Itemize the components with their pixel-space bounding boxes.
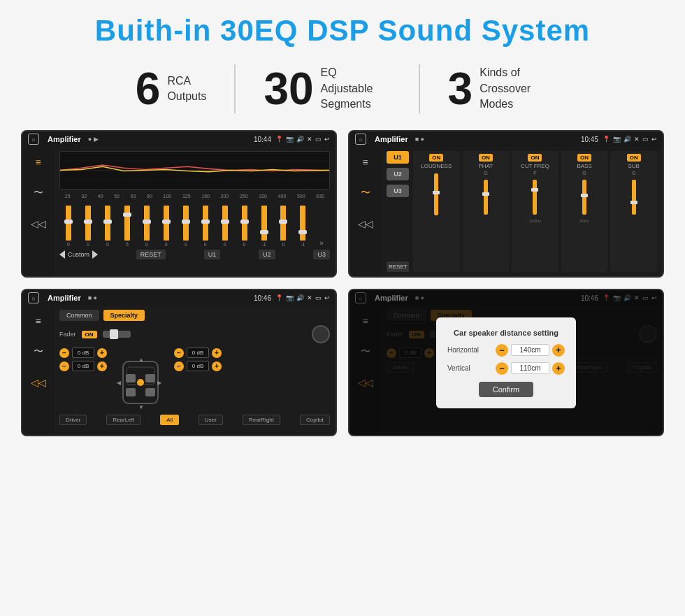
- u1-preset[interactable]: U1: [387, 151, 409, 164]
- svg-text:◀: ◀: [117, 380, 122, 386]
- slider-9[interactable]: [222, 206, 228, 241]
- eq-icon-3[interactable]: ≡: [29, 311, 48, 331]
- screen-content-1: ≡ 〜 ◁◁: [22, 147, 336, 276]
- specialty-tab-3[interactable]: Specialty: [103, 310, 145, 321]
- freq-160: 160: [201, 194, 210, 199]
- stat-crossover: 3 Kinds of Crossover Modes: [420, 65, 578, 112]
- svg-rect-9: [145, 388, 155, 396]
- plus-btn-1[interactable]: +: [97, 348, 107, 358]
- sub-label: SUB: [628, 163, 639, 169]
- slider-7[interactable]: [183, 206, 189, 241]
- user-btn-3[interactable]: User: [199, 415, 223, 425]
- on-badge-cutfreq[interactable]: ON: [528, 154, 542, 162]
- minus-btn-2[interactable]: −: [59, 361, 69, 371]
- horizontal-plus[interactable]: +: [552, 344, 565, 357]
- all-btn-3[interactable]: All: [160, 415, 179, 425]
- close-icon-1: ✕: [307, 136, 312, 143]
- reset-button-1[interactable]: RESET: [136, 250, 166, 259]
- vertical-plus[interactable]: +: [552, 362, 565, 375]
- eq-icon-2[interactable]: ≡: [356, 152, 375, 172]
- rearleft-btn-3[interactable]: RearLeft: [106, 415, 140, 425]
- plus-btn-3[interactable]: +: [212, 348, 222, 358]
- loudness-slider[interactable]: [434, 173, 438, 215]
- on-badge-bass[interactable]: ON: [577, 154, 591, 162]
- slider-6[interactable]: [164, 206, 169, 241]
- screenshots-grid: ⌂ Amplifier ● ▶ 10:44 📍 📷 🔊 ✕ ▭ ↩ ≡ 〜 ◁◁: [21, 130, 664, 436]
- on-badge-phat[interactable]: ON: [479, 154, 493, 162]
- vertical-minus[interactable]: −: [496, 362, 508, 375]
- u2-preset[interactable]: U2: [387, 168, 409, 180]
- vertical-label: Vertical: [447, 364, 470, 372]
- crossover-panels: ON LOUDNESS ON PHAT G: [413, 151, 657, 272]
- u3-button-1[interactable]: U3: [313, 250, 330, 259]
- home-icon-3[interactable]: ⌂: [28, 292, 39, 303]
- driver-btn-3[interactable]: Driver: [59, 415, 87, 425]
- stat-eq-text: EQ Adjustable Segments: [321, 65, 391, 112]
- horizontal-minus[interactable]: −: [496, 344, 508, 357]
- crossover-main: U1 U2 U3 RESET ON LOUDNESS: [381, 147, 663, 276]
- play-pause: Custom: [59, 250, 98, 259]
- minus-btn-1[interactable]: −: [59, 348, 69, 358]
- stats-row: 6 RCA Outputs 30 EQ Adjustable Segments …: [21, 64, 664, 113]
- common-tab-3[interactable]: Common: [59, 310, 99, 321]
- eq-icon[interactable]: ≡: [29, 152, 48, 172]
- u3-preset[interactable]: U3: [387, 185, 409, 197]
- sub-slider[interactable]: [632, 180, 636, 215]
- vol-display-4: 0 dB: [187, 361, 209, 371]
- next-button[interactable]: [92, 250, 98, 259]
- rearright-btn-3[interactable]: RearRight: [243, 415, 280, 425]
- cutfreq-slider[interactable]: [533, 180, 537, 215]
- vol-row-1: − 0 dB +: [59, 348, 107, 358]
- speaker-icon-3[interactable]: ◁◁: [29, 373, 48, 392]
- status-bar-1: ⌂ Amplifier ● ▶ 10:44 📍 📷 🔊 ✕ ▭ ↩: [22, 131, 336, 147]
- slider-5[interactable]: [144, 206, 150, 241]
- vol-row-4: − 0 dB +: [174, 361, 222, 371]
- freq-400: 400: [278, 194, 287, 199]
- expand-icon[interactable]: »: [319, 239, 324, 247]
- u1-button-1[interactable]: U1: [204, 250, 221, 259]
- screen-distance: ⌂ Amplifier ■ ● 10:46 📍 📷 🔊 ✕ ▭ ↩ ≡ 〜 ◁◁: [348, 289, 664, 436]
- slider-11[interactable]: [261, 206, 267, 241]
- minus-btn-3[interactable]: −: [174, 348, 184, 358]
- wave-icon-3[interactable]: 〜: [29, 342, 48, 361]
- phat-slider[interactable]: [484, 180, 488, 215]
- wave-icon-2[interactable]: 〜: [356, 183, 375, 203]
- on-badge-loudness[interactable]: ON: [429, 154, 443, 162]
- bass-slider[interactable]: [582, 180, 586, 215]
- home-icon-2[interactable]: ⌂: [355, 134, 366, 145]
- reset-btn-cross[interactable]: RESET: [387, 262, 409, 272]
- fader-label: Fader: [59, 331, 76, 338]
- plus-btn-4[interactable]: +: [212, 361, 222, 371]
- slider-2[interactable]: [85, 206, 91, 241]
- slider-1[interactable]: [66, 206, 71, 241]
- confirm-button[interactable]: Confirm: [479, 382, 534, 397]
- preset-col: U1 U2 U3 RESET: [387, 151, 409, 272]
- right-vol-controls: − 0 dB + − 0 dB +: [174, 348, 222, 410]
- speaker-icon-1[interactable]: ◁◁: [29, 214, 48, 234]
- fader-slider[interactable]: [103, 331, 131, 338]
- dots-2: ■ ●: [415, 136, 424, 143]
- slider-4[interactable]: [124, 206, 130, 241]
- freq-320: 320: [259, 194, 267, 199]
- settings-icon[interactable]: [312, 325, 330, 343]
- on-badge-sub[interactable]: ON: [627, 154, 641, 162]
- slider-13[interactable]: [300, 206, 305, 241]
- slider-col-3: 0: [105, 206, 110, 247]
- dots-1: ● ▶: [88, 136, 99, 143]
- plus-btn-2[interactable]: +: [97, 361, 107, 371]
- eq-sliders: 0 0 0 5: [59, 201, 330, 247]
- slider-8[interactable]: [203, 206, 208, 241]
- u2-button-1[interactable]: U2: [259, 250, 275, 259]
- slider-3[interactable]: [105, 206, 110, 241]
- dialog-row-horizontal: Horizontal − 140cm +: [447, 344, 565, 357]
- fader-on-toggle[interactable]: ON: [82, 331, 97, 338]
- prev-button[interactable]: [59, 250, 65, 259]
- slider-10[interactable]: [242, 206, 247, 241]
- speaker-icon-2[interactable]: ◁◁: [356, 214, 375, 234]
- minus-btn-4[interactable]: −: [174, 361, 184, 371]
- wave-icon[interactable]: 〜: [29, 183, 48, 203]
- page-wrapper: Buith-in 30EQ DSP Sound System 6 RCA Out…: [0, 0, 685, 616]
- home-icon-1[interactable]: ⌂: [28, 134, 39, 145]
- copilot-btn-3[interactable]: Copilot: [300, 415, 330, 425]
- slider-12[interactable]: [280, 206, 286, 241]
